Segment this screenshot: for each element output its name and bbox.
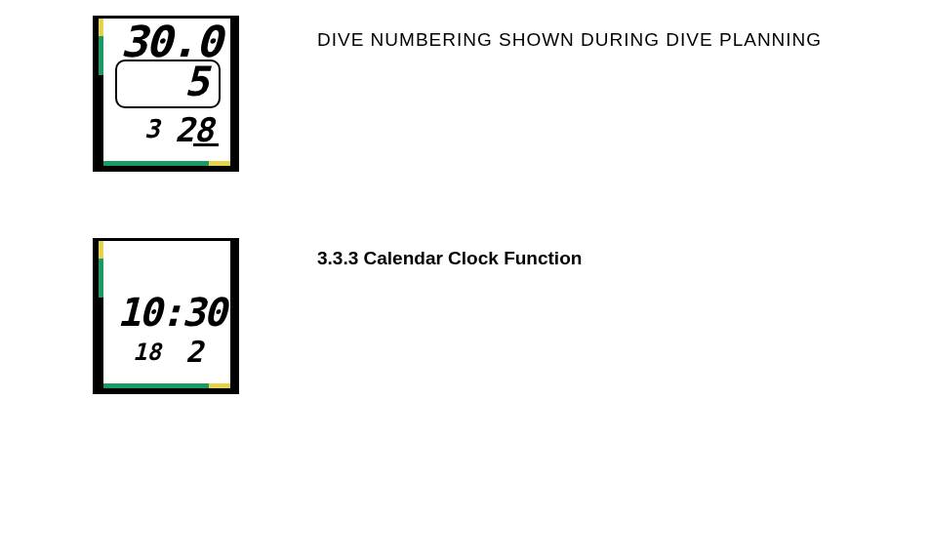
- lcd-screen: 10:30 18 2: [103, 241, 230, 383]
- figure-caption: DIVE NUMBERING SHOWN DURING DIVE PLANNIN…: [317, 16, 825, 53]
- frame-bottom-accent: [103, 161, 230, 166]
- bottom-left-value: 3: [144, 114, 160, 143]
- dive-number-value: 5: [184, 58, 209, 105]
- frame-bottom-accent: [103, 383, 230, 388]
- section-calendar-clock: 10:30 18 2 3.3.3 Calendar Clock Function: [93, 238, 825, 394]
- bottom-row: 3 28: [117, 112, 221, 147]
- dive-computer-display-clock: 10:30 18 2: [93, 238, 239, 394]
- bottom-right-value: 2: [185, 335, 203, 369]
- bottom-row: 18 2: [117, 335, 221, 370]
- time-reading: 10:30: [117, 290, 221, 335]
- section-heading: 3.3.3 Calendar Clock Function: [317, 238, 825, 269]
- dive-computer-display-plan: 30.0 5 3 28: [93, 16, 239, 172]
- cursor-icon: [193, 143, 219, 146]
- lcd-screen: 30.0 5 3 28: [103, 19, 230, 161]
- bottom-left-value: 18: [133, 339, 161, 366]
- dive-number-box: 5: [115, 60, 221, 108]
- section-dive-numbering: 30.0 5 3 28 DIVE NUMBERING SHOWN DURING …: [93, 16, 825, 172]
